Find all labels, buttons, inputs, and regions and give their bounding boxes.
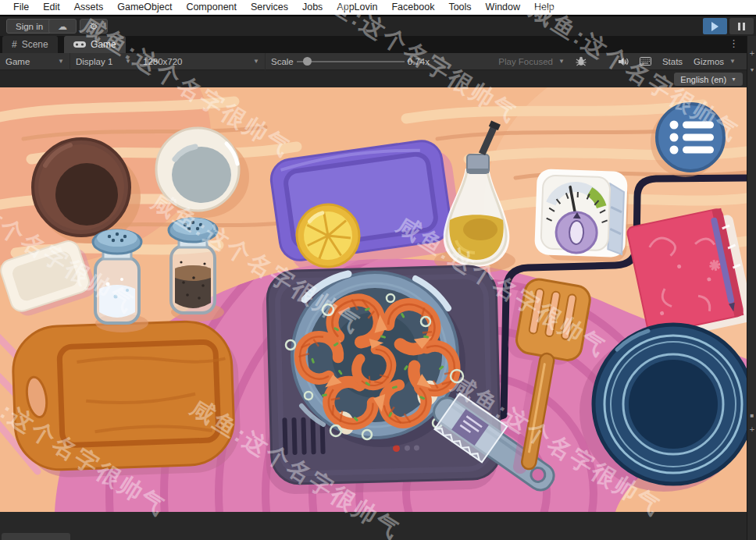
sign-in-button[interactable]: Sign in: [6, 19, 52, 34]
view-mode-dropdown[interactable]: Game ▼: [0, 53, 70, 70]
slider-knob[interactable]: [303, 57, 312, 66]
game-viewport[interactable]: English (en) ▼: [0, 70, 747, 512]
list-icon: [670, 121, 715, 155]
chevron-down-icon: ▼: [731, 76, 736, 82]
language-dropdown[interactable]: English (en) ▼: [674, 73, 743, 86]
menu-help[interactable]: Help: [527, 2, 562, 12]
stats-button[interactable]: Stats: [657, 53, 688, 70]
mute-audio-icon[interactable]: [612, 53, 634, 70]
game-view-toolbar: Game ▼ Display 1 ▼ 1280x720 ▼ Scale 0.74…: [0, 53, 747, 70]
view-tab-bar: # Scene Game ⋮: [0, 36, 756, 53]
kitchen-timer[interactable]: [534, 169, 629, 262]
scale-slider[interactable]: [297, 53, 405, 70]
scale-value: 0.74x: [408, 57, 430, 66]
chevron-down-icon: ▼: [58, 58, 64, 65]
pepper-shaker[interactable]: [169, 218, 224, 322]
menu-bar: File Edit Assets GameObject Component Se…: [0, 0, 756, 15]
side-panel-strip: + ▼ ■ +: [747, 36, 756, 540]
gamepad-icon: [73, 41, 86, 48]
gizmos-dropdown[interactable]: Gizmos ▼: [688, 53, 747, 70]
kebab-menu-icon[interactable]: ⋮: [729, 37, 739, 49]
services-gear-button[interactable]: ⚙: [80, 19, 108, 34]
plus-icon[interactable]: +: [747, 48, 756, 58]
tab-scene-label: Scene: [22, 39, 48, 50]
debug-bug-icon[interactable]: [570, 53, 592, 70]
tab-scene[interactable]: # Scene: [2, 36, 58, 53]
square-icon[interactable]: ■: [747, 412, 756, 419]
menu-component[interactable]: Component: [179, 2, 244, 12]
console-tab-partial[interactable]: [2, 533, 70, 540]
menu-services[interactable]: Services: [244, 2, 295, 12]
pause-button[interactable]: [729, 18, 754, 34]
cooking-game-scene[interactable]: [0, 87, 747, 512]
menu-applovin[interactable]: AppLovin: [330, 2, 384, 12]
chevron-down-icon[interactable]: ▼: [747, 67, 756, 73]
cutting-board[interactable]: [12, 320, 242, 479]
menu-window[interactable]: Window: [479, 2, 527, 12]
menu-tools[interactable]: Tools: [441, 2, 478, 12]
chevron-down-icon: ▼: [253, 58, 259, 65]
cloud-icon: ☁: [58, 21, 67, 32]
menu-file[interactable]: File: [6, 2, 36, 12]
chevron-down-icon: ▼: [125, 58, 131, 65]
plus-icon[interactable]: +: [747, 425, 756, 434]
play-button[interactable]: [703, 18, 727, 34]
keyboard-grid-icon[interactable]: [634, 53, 657, 70]
play-icon: [711, 22, 719, 31]
gear-icon: ⚙: [90, 21, 98, 32]
tab-game-label: Game: [91, 39, 116, 50]
menu-jobs[interactable]: Jobs: [295, 2, 330, 12]
scale-control: Scale 0.74x: [266, 53, 435, 70]
salt-shaker[interactable]: [93, 229, 148, 332]
cloud-button[interactable]: ☁: [48, 19, 77, 34]
display-dropdown[interactable]: Display 1 ▼: [70, 53, 137, 70]
scene-grid-icon: #: [12, 39, 17, 50]
bottom-bar: [0, 512, 747, 540]
play-focused-dropdown[interactable]: Play Focused ▼: [493, 53, 570, 70]
menu-assets[interactable]: Assets: [67, 2, 111, 12]
tab-game[interactable]: Game: [64, 36, 126, 53]
resolution-dropdown[interactable]: 1280x720 ▼: [137, 53, 266, 70]
chevron-down-icon: ▼: [729, 58, 736, 65]
menu-facebook[interactable]: Facebook: [384, 2, 441, 12]
chevron-down-icon: ▼: [558, 58, 565, 65]
main-toolbar: Sign in ☁ ⚙: [0, 16, 756, 36]
unity-editor-window: File Edit Assets GameObject Component Se…: [0, 0, 756, 540]
menu-gameobject[interactable]: GameObject: [110, 2, 179, 12]
menu-edit[interactable]: Edit: [36, 2, 67, 12]
